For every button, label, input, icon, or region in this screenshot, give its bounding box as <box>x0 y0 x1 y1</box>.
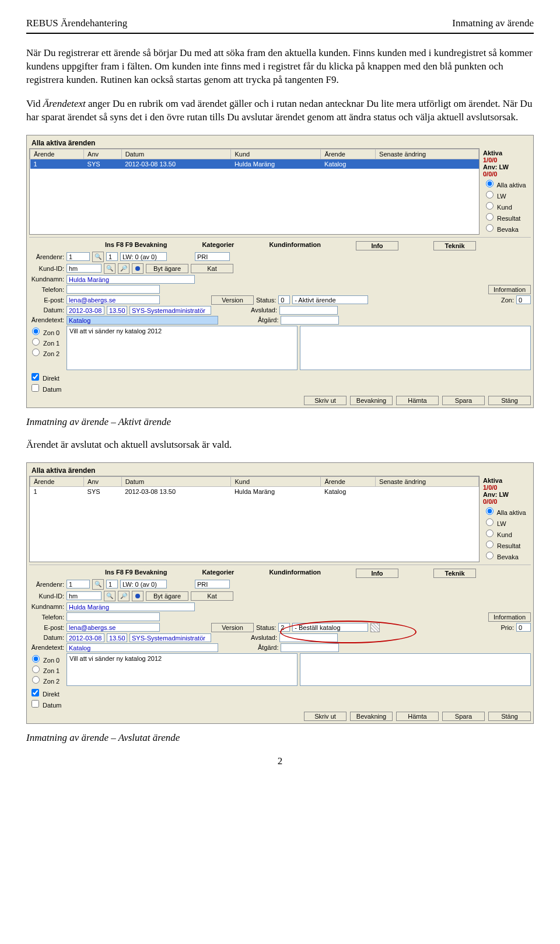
label-status: Status: <box>256 297 276 304</box>
radio-resultat[interactable]: Resultat <box>483 211 530 222</box>
status-code-input[interactable]: 0 <box>278 295 290 304</box>
atgard-input[interactable] <box>281 316 339 325</box>
radio-kund[interactable]: Kund <box>483 200 530 211</box>
col-kund[interactable]: Kund <box>231 149 321 159</box>
bevakning-button[interactable]: Bevakning <box>350 396 393 405</box>
list-title2: Alla aktiva ärenden <box>29 465 531 476</box>
label-avslutad: Avslutad: <box>251 306 277 313</box>
user-input: SYS-Systemadministratör <box>130 306 211 315</box>
binoculars-icon[interactable]: 🔍 <box>92 252 104 262</box>
blue-dot-button[interactable] <box>132 591 144 601</box>
info-button[interactable]: Info <box>356 241 398 250</box>
note-textarea[interactable]: Vill att vi sänder ny katalog 2012 <box>66 326 298 370</box>
status-text: - Aktivt ärende <box>292 295 368 304</box>
col-datum[interactable]: Datum <box>121 149 231 159</box>
table-row[interactable]: 1 SYS 2012-03-08 13.50 Hulda Maräng Kata… <box>30 159 479 169</box>
status-code-input2[interactable]: 2 <box>278 623 290 632</box>
radio-lw[interactable]: LW <box>483 189 530 200</box>
radio-bevaka[interactable]: Bevaka <box>483 222 530 233</box>
side-count2: 0/0/0 <box>483 170 530 177</box>
page-header: REBUS Ärendehantering Inmatning av ärend… <box>26 18 534 29</box>
label-epost: E-post: <box>29 297 64 304</box>
page-number: 2 <box>26 755 534 767</box>
section-ins: Ins F8 F9 Bevakning <box>105 241 167 250</box>
version-button[interactable]: Version <box>211 295 254 305</box>
label-arendetext: Ärendetext: <box>29 316 64 323</box>
num-input[interactable]: 1 <box>106 252 118 261</box>
col-arende2[interactable]: Ärende <box>321 149 376 159</box>
header-right: Inmatning av ärende <box>452 18 534 29</box>
caption-2: Inmatning av ärende – Avslutat ärende <box>26 732 534 744</box>
hatch-icon <box>370 623 380 632</box>
binoculars-icon[interactable]: 🔍 <box>104 263 116 274</box>
datum-input[interactable]: 2012-03-08 <box>66 306 104 315</box>
spara-button[interactable]: Spara <box>442 396 485 405</box>
case-list[interactable]: Ärende Anv Datum Kund Ärende Senaste änd… <box>29 148 480 235</box>
label-kundnamn: Kundnamn: <box>29 276 64 283</box>
binoculars-icon[interactable]: 🔍 <box>92 579 104 590</box>
search-icon[interactable]: 🔎 <box>118 591 130 601</box>
pri-input[interactable]: PRI <box>195 252 230 261</box>
search-icon[interactable]: 🔎 <box>118 263 130 274</box>
epost-input[interactable]: lena@abergs.se <box>66 295 160 304</box>
paragraph-2: Vid Ärendetext anger Du en rubrik om vad… <box>26 97 534 124</box>
lw-display: LW: 0 (av 0) <box>120 252 167 261</box>
right-textarea[interactable] <box>300 326 531 370</box>
table-row[interactable]: 1 SYS 2012-03-08 13.50 Hulda Maräng Kata… <box>30 486 479 496</box>
arendenr-input[interactable]: 1 <box>66 252 90 261</box>
header-left: REBUS Ärendehantering <box>26 18 127 29</box>
radio-zon0[interactable]: Zon 0 <box>29 326 64 336</box>
prio-input[interactable]: 0 <box>516 623 531 632</box>
kundid-input[interactable]: hm <box>66 264 102 273</box>
binoculars-icon[interactable]: 🔍 <box>104 591 116 601</box>
label-atgard: Åtgärd: <box>258 316 278 323</box>
label-prio: Prio: <box>501 624 514 631</box>
p2-pre: Vid <box>26 98 43 109</box>
teknik-button[interactable]: Teknik <box>433 241 476 250</box>
col-anv[interactable]: Anv <box>84 149 122 159</box>
case-list2[interactable]: Ärende Anv Datum Kund Ärende Senaste änd… <box>29 476 480 562</box>
screenshot-closed-case: Alla aktiva ärenden Ärende Anv Datum Kun… <box>26 462 534 724</box>
status-text2: - Beställ katalog <box>292 623 368 632</box>
blue-dot-icon <box>135 266 140 271</box>
check-direkt[interactable]: Direkt <box>29 371 64 382</box>
list-title: Alla aktiva ärenden <box>29 138 531 148</box>
kat-button[interactable]: Kat <box>191 264 233 273</box>
label-arendenr: Ärendenr: <box>29 253 64 260</box>
paragraph-1: När Du registrerar ett ärende så börjar … <box>26 47 534 87</box>
header-rule <box>26 33 534 34</box>
kundnamn-input[interactable]: Hulda Maräng <box>66 275 195 284</box>
blue-dot-button[interactable] <box>132 263 144 274</box>
paragraph-3: Ärendet är avslutat och aktuell avslutso… <box>26 438 534 452</box>
radio-zon2[interactable]: Zon 2 <box>29 347 64 357</box>
telefon-input[interactable] <box>66 285 160 294</box>
side-panel2: Aktiva 1/0/0 Anv: LW 0/0/0 Alla aktiva L… <box>482 476 531 562</box>
byt-agare-button[interactable]: Byt ägare <box>146 264 188 273</box>
section-kategorier: Kategorier <box>202 241 234 250</box>
information-button[interactable]: Information <box>488 285 531 294</box>
side-aktiva: Aktiva <box>483 149 530 156</box>
radio-alla-aktiva[interactable]: Alla aktiva <box>483 178 530 189</box>
label-kundid: Kund-ID: <box>29 265 64 272</box>
tid-input[interactable]: 13.50 <box>107 306 127 315</box>
col-senaste[interactable]: Senaste ändring <box>376 149 479 159</box>
hamta-button[interactable]: Hämta <box>396 396 439 405</box>
arendetext-input[interactable]: Katalog <box>66 316 218 325</box>
radio-zon1[interactable]: Zon 1 <box>29 336 64 347</box>
p2-post: anger Du en rubrik om vad ärendet gäller… <box>26 98 532 123</box>
label-datum: Datum: <box>29 306 64 313</box>
side-anv: Anv: LW <box>483 163 530 170</box>
avslutad-input[interactable] <box>279 306 338 315</box>
caption-1: Inmatning av ärende – Aktivt ärende <box>26 416 534 428</box>
section-kundinfo: Kundinformation <box>269 241 321 250</box>
check-datum[interactable]: Datum <box>29 382 64 393</box>
label-telefon: Telefon: <box>29 286 64 293</box>
label-zon: Zon: <box>501 297 514 304</box>
col-arende[interactable]: Ärende <box>30 149 84 159</box>
document-body: När Du registrerar ett ärende så börjar … <box>26 47 534 767</box>
side-panel: Aktiva 1/0/0 Anv: LW 0/0/0 Alla aktiva L… <box>482 148 531 235</box>
zon-input[interactable]: 0 <box>516 295 531 304</box>
stang-button[interactable]: Stäng <box>488 396 531 405</box>
skriv-ut-button[interactable]: Skriv ut <box>304 396 346 405</box>
side-count1: 1/0/0 <box>483 156 530 163</box>
